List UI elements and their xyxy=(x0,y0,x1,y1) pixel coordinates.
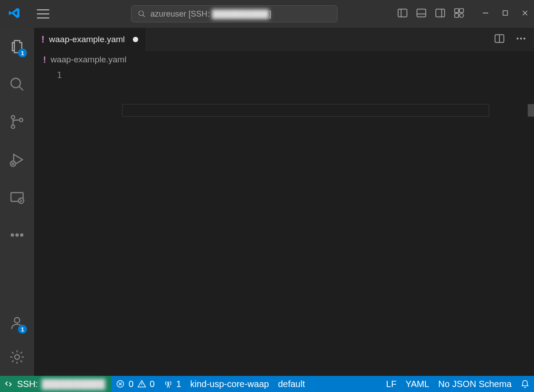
bell-icon xyxy=(521,379,530,388)
customize-layout-icon[interactable] xyxy=(453,7,465,21)
svg-point-26 xyxy=(167,382,169,383)
ellipsis-icon xyxy=(9,227,25,243)
svg-rect-4 xyxy=(455,9,459,13)
tab-bar: ! waap-example.yaml xyxy=(34,28,534,51)
activity-bar: 1 1 xyxy=(0,28,34,376)
activity-more[interactable] xyxy=(6,224,28,246)
vscode-logo-icon[interactable] xyxy=(5,7,23,21)
status-language[interactable]: YAML xyxy=(401,379,434,389)
svg-rect-1 xyxy=(398,9,407,17)
window-close-icon[interactable] xyxy=(521,9,529,18)
search-icon xyxy=(138,10,146,18)
line-number: 1 xyxy=(34,70,62,80)
activity-source-control[interactable] xyxy=(6,111,28,133)
window-minimize-icon[interactable] xyxy=(482,9,489,18)
tab-waap-example[interactable]: ! waap-example.yaml xyxy=(34,28,146,51)
window-maximize-icon[interactable] xyxy=(502,9,509,18)
svg-point-20 xyxy=(15,355,20,360)
gutter: 1 xyxy=(34,68,74,376)
radio-tower-icon xyxy=(164,379,173,388)
editor-area: ! waap-example.yaml ! waap-example.yaml … xyxy=(34,28,534,376)
status-problems[interactable]: 0 0 xyxy=(111,376,159,392)
explorer-badge: 1 xyxy=(18,48,27,57)
svg-point-22 xyxy=(516,38,518,39)
status-remote-label: SSH: xyxy=(17,379,38,389)
dirty-indicator-icon xyxy=(133,37,138,42)
status-ports[interactable]: 1 xyxy=(159,376,186,392)
titlebar: azureuser [SSH: ██████████] xyxy=(0,0,534,28)
status-schema[interactable]: No JSON Schema xyxy=(434,379,516,389)
svg-point-18 xyxy=(21,234,23,236)
split-editor-icon[interactable] xyxy=(494,33,505,46)
svg-point-24 xyxy=(523,38,525,39)
yaml-file-icon: ! xyxy=(41,34,44,45)
svg-point-17 xyxy=(16,234,18,236)
titlebar-center: azureuser [SSH: ██████████] xyxy=(59,5,385,22)
svg-point-23 xyxy=(520,38,522,39)
breadcrumb[interactable]: ! waap-example.yaml xyxy=(34,51,534,68)
remote-explorer-icon xyxy=(9,189,25,205)
toggle-secondary-sidebar-icon[interactable] xyxy=(434,7,446,21)
accounts-badge: 1 xyxy=(18,325,27,334)
svg-point-12 xyxy=(19,118,23,122)
breadcrumb-file: waap-example.yaml xyxy=(51,55,127,65)
svg-point-11 xyxy=(11,125,15,129)
activity-run-debug[interactable] xyxy=(6,149,28,170)
status-errors-count: 0 xyxy=(128,379,133,389)
status-warnings-count: 0 xyxy=(150,379,155,389)
source-control-icon xyxy=(9,114,25,130)
status-remote[interactable]: SSH: ██████████ xyxy=(0,376,111,392)
activity-search[interactable] xyxy=(6,74,28,95)
gear-icon xyxy=(9,349,25,365)
svg-point-9 xyxy=(11,78,21,88)
activity-settings[interactable] xyxy=(6,346,28,368)
activity-remote-explorer[interactable] xyxy=(6,187,28,208)
svg-point-16 xyxy=(11,234,14,236)
svg-rect-3 xyxy=(436,9,445,17)
menu-icon[interactable] xyxy=(37,9,49,18)
svg-rect-5 xyxy=(460,9,464,13)
status-notifications[interactable] xyxy=(516,379,534,388)
svg-rect-6 xyxy=(455,13,459,17)
yaml-file-icon: ! xyxy=(43,55,46,65)
svg-point-10 xyxy=(11,116,15,119)
toggle-primary-sidebar-icon[interactable] xyxy=(397,7,408,21)
tab-label: waap-example.yaml xyxy=(49,35,125,44)
status-ports-count: 1 xyxy=(176,379,181,389)
command-center-search[interactable]: azureuser [SSH: ██████████] xyxy=(131,5,337,22)
code-editor[interactable]: 1 xyxy=(34,68,534,376)
error-icon xyxy=(116,379,125,388)
status-remote-host: ██████████ xyxy=(42,379,105,389)
main-content: 1 1 ! w xyxy=(0,28,534,376)
svg-point-19 xyxy=(14,318,20,323)
remote-icon xyxy=(4,379,13,388)
activity-accounts[interactable]: 1 xyxy=(6,312,28,334)
svg-rect-2 xyxy=(417,9,426,17)
status-k8s-namespace[interactable]: default xyxy=(273,376,309,392)
search-icon xyxy=(9,76,25,92)
code-content[interactable] xyxy=(74,68,534,376)
more-actions-icon[interactable] xyxy=(515,33,527,46)
search-text: azureuser [SSH: ██████████] xyxy=(150,9,271,19)
svg-rect-8 xyxy=(503,11,508,15)
toggle-panel-icon[interactable] xyxy=(416,7,427,21)
warning-icon xyxy=(137,379,146,388)
status-bar: SSH: ██████████ 0 0 1 kind-usp-core-waap… xyxy=(0,376,534,392)
svg-rect-7 xyxy=(460,13,464,17)
activity-explorer[interactable]: 1 xyxy=(6,36,28,57)
status-k8s-context[interactable]: kind-usp-core-waap xyxy=(186,376,274,392)
svg-point-0 xyxy=(139,11,144,16)
run-debug-icon xyxy=(9,152,25,168)
status-eol[interactable]: LF xyxy=(381,379,401,389)
